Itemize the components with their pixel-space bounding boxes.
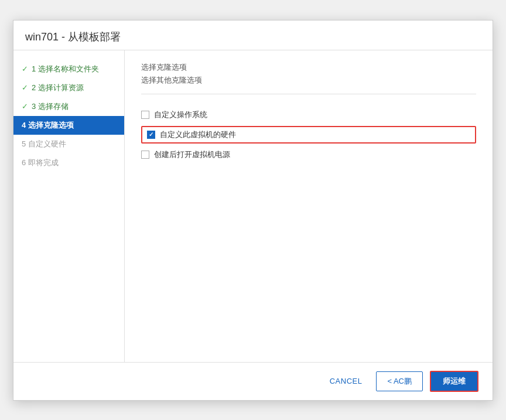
step-2: ✓ 2 选择计算资源 [13, 78, 124, 97]
checkbox-2[interactable] [147, 131, 155, 139]
content-panel: 选择克隆选项 选择其他克隆选项 自定义操作系统 自定义此虚拟机的硬件 创建后打开… [125, 50, 493, 362]
option-row-2[interactable]: 自定义此虚拟机的硬件 [141, 126, 476, 144]
option-row-3[interactable]: 创建后打开虚拟机电源 [141, 149, 476, 160]
step-4-label: 4 选择克隆选项 [22, 120, 74, 131]
breadcrumb-line1: 选择克隆选项 [141, 62, 476, 73]
step-5-label: 5 自定义硬件 [22, 139, 66, 149]
breadcrumb-area: 选择克隆选项 选择其他克隆选项 [141, 62, 476, 94]
option-label-3: 创建后打开虚拟机电源 [154, 149, 230, 160]
option-row-1[interactable]: 自定义操作系统 [141, 110, 476, 120]
option-label-1: 自定义操作系统 [154, 110, 207, 120]
step-2-label: 2 选择计算资源 [32, 83, 84, 93]
step-6: 6 即将完成 [13, 153, 124, 172]
breadcrumb-line2: 选择其他克隆选项 [141, 75, 476, 86]
options-area: 自定义操作系统 自定义此虚拟机的硬件 创建后打开虚拟机电源 [141, 110, 476, 160]
dialog-body: ✓ 1 选择名称和文件夹 ✓ 2 选择计算资源 ✓ 3 选择存储 4 选择克隆选… [13, 50, 493, 362]
check-icon-2: ✓ [22, 83, 28, 92]
check-icon-3: ✓ [22, 102, 28, 111]
step-1: ✓ 1 选择名称和文件夹 [13, 60, 124, 78]
dialog-title: win701 - 从模板部署 [25, 30, 481, 44]
step-3-label: 3 选择存储 [32, 101, 69, 112]
option-label-2: 自定义此虚拟机的硬件 [160, 129, 236, 140]
checkbox-1[interactable] [141, 111, 149, 119]
step-3: ✓ 3 选择存储 [13, 97, 124, 116]
cancel-button[interactable]: CANCEL [323, 373, 370, 389]
steps-panel: ✓ 1 选择名称和文件夹 ✓ 2 选择计算资源 ✓ 3 选择存储 4 选择克隆选… [13, 50, 125, 362]
step-4: 4 选择克隆选项 [13, 116, 124, 135]
checkbox-3[interactable] [141, 151, 149, 159]
step-5: 5 自定义硬件 [13, 135, 124, 153]
step-6-label: 6 即将完成 [22, 158, 59, 168]
check-icon-1: ✓ [22, 64, 28, 73]
next-button[interactable]: 师运维 [430, 371, 478, 392]
step-1-label: 1 选择名称和文件夹 [32, 64, 99, 74]
dialog-header: win701 - 从模板部署 [13, 21, 493, 50]
dialog-footer: CANCEL < AC鹏 师运维 [13, 362, 493, 400]
deploy-dialog: win701 - 从模板部署 ✓ 1 选择名称和文件夹 ✓ 2 选择计算资源 ✓… [13, 20, 493, 401]
back-button[interactable]: < AC鹏 [376, 371, 423, 391]
